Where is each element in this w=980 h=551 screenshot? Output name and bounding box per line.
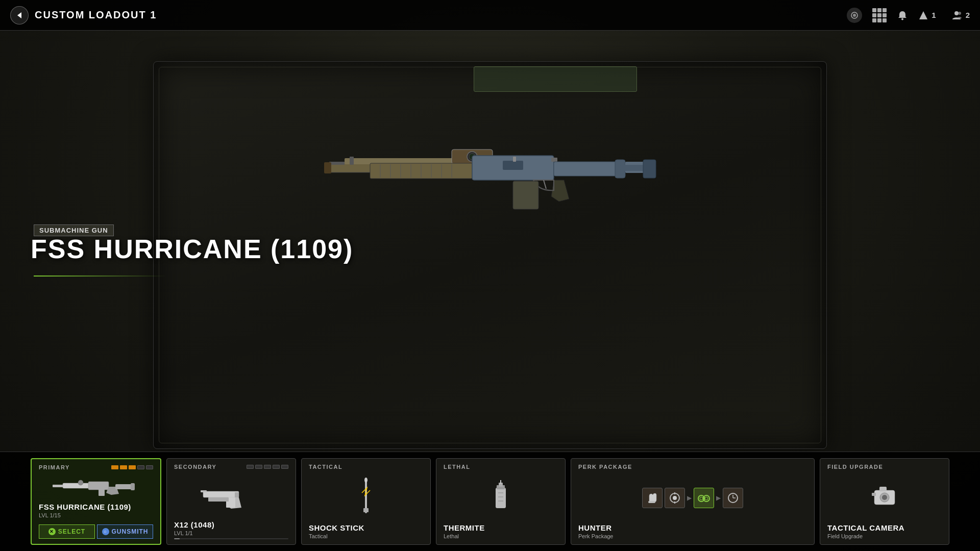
primary-gun-thumbnail: [50, 473, 142, 502]
tactical-type-label: Tactical: [309, 533, 423, 539]
field-upgrade-name: TACTICAL CAMERA: [827, 523, 942, 532]
lethal-slot-type: Lethal: [444, 464, 470, 470]
secondary-level-bar: [174, 538, 288, 539]
svg-point-5: [954, 11, 959, 15]
loadout-title: CUSTOM LOADOUT 1: [35, 9, 157, 21]
header-bar: CUSTOM LOADOUT 1: [0, 0, 980, 31]
gun-image: [319, 120, 687, 222]
category-divider: [34, 276, 166, 277]
x-icon: ✕: [48, 528, 56, 535]
tactical-slot-type: Tactical: [309, 464, 342, 470]
select-label: SELECT: [58, 528, 85, 535]
svg-point-59: [673, 496, 677, 500]
field-upgrade-type-label: Field Upgrade: [827, 533, 942, 539]
perk-arrow-2: ▶: [716, 494, 721, 502]
secondary-slot-header: SECONDARY: [174, 464, 288, 470]
svg-line-26: [544, 180, 546, 189]
svg-rect-73: [879, 487, 887, 491]
star-1: [111, 465, 118, 469]
svg-point-6: [958, 12, 961, 15]
lethal-name: THERMITE: [444, 523, 558, 532]
perk-slot-type: Perk Package: [578, 464, 632, 470]
currency-display: [847, 8, 862, 23]
field-upgrade-slot[interactable]: Field Upgrade TACTICAL CAMERA Field Upgr…: [820, 458, 949, 545]
grid-view-button[interactable]: [872, 8, 887, 22]
svg-rect-64: [703, 497, 705, 500]
svg-rect-39: [115, 484, 133, 489]
svg-rect-42: [203, 491, 239, 497]
tactical-slot[interactable]: Tactical SHOCK STICK Tactical: [301, 458, 431, 545]
player-count: 2: [966, 11, 970, 19]
svg-rect-28: [551, 158, 557, 162]
tactical-slot-header: Tactical: [309, 464, 423, 470]
circle-icon: ○: [102, 528, 109, 535]
perk-name: HUNTER: [578, 523, 807, 532]
primary-slot[interactable]: PRIMARY FSS HURRICANE (1109) LVL: [31, 458, 161, 545]
primary-slot-header: PRIMARY: [39, 464, 153, 470]
primary-weapon-level: LVL 1/15: [39, 512, 153, 518]
svg-rect-45: [235, 492, 239, 497]
header-left: CUSTOM LOADOUT 1: [10, 6, 157, 24]
secondary-slot-stars: [247, 465, 288, 469]
perk-icon-2: [665, 488, 685, 508]
star-5: [146, 465, 153, 469]
perk-icon-3: [694, 488, 714, 508]
star-3: [129, 465, 136, 469]
lethal-slot-header: Lethal: [444, 464, 558, 470]
svg-rect-34: [513, 157, 516, 162]
rank-value: 1: [932, 11, 936, 19]
svg-point-65: [700, 497, 703, 500]
thermite-thumbnail: [485, 478, 516, 518]
svg-rect-32: [620, 165, 646, 171]
header-right: 1 2: [847, 8, 970, 23]
secondary-weapon-level: LVL 1/1: [174, 530, 288, 536]
select-button[interactable]: ✕ SELECT: [39, 524, 95, 539]
lethal-image: [444, 473, 558, 522]
svg-rect-29: [554, 162, 620, 176]
secondary-weapon-name: X12 (1048): [174, 520, 288, 529]
secondary-slot-type: SECONDARY: [174, 464, 216, 470]
lethal-slot[interactable]: Lethal THERMITE Lethal: [436, 458, 566, 545]
svg-rect-27: [513, 181, 538, 209]
svg-point-41: [78, 480, 83, 485]
star-5: [281, 465, 288, 469]
perk-icon-1: [642, 488, 663, 508]
perk-slot-header: Perk Package: [578, 464, 807, 470]
svg-rect-25: [503, 161, 523, 170]
svg-rect-74: [872, 493, 876, 496]
pistol-thumbnail: [198, 481, 264, 512]
svg-rect-14: [350, 157, 354, 165]
svg-point-3: [901, 18, 903, 20]
star-2: [120, 465, 127, 469]
svg-rect-33: [643, 160, 656, 178]
perk-icons-group: ▶ ▶: [642, 488, 743, 508]
back-button[interactable]: [10, 6, 29, 24]
gunsmith-button[interactable]: ○ GUNSMITH: [97, 524, 153, 539]
primary-slot-type: PRIMARY: [39, 464, 70, 470]
svg-rect-38: [99, 488, 105, 496]
star-3: [264, 465, 271, 469]
field-upgrade-type: Field Upgrade: [827, 464, 883, 470]
svg-marker-0: [17, 12, 21, 18]
shock-stick-thumbnail: [351, 478, 381, 518]
field-upgrade-image: [827, 473, 942, 522]
secondary-weapon-image: [174, 473, 288, 519]
tactical-camera-thumbnail: [867, 478, 902, 518]
svg-rect-49: [363, 508, 369, 512]
perk-slot[interactable]: Perk Package: [571, 458, 815, 545]
field-upgrade-header: Field Upgrade: [827, 464, 942, 470]
lethal-type-label: Lethal: [444, 533, 558, 539]
svg-point-48: [364, 478, 368, 483]
svg-point-2: [853, 14, 856, 17]
svg-rect-8: [329, 162, 345, 165]
svg-marker-4: [919, 11, 927, 19]
primary-weapon-name: FSS HURRICANE (1109): [39, 503, 153, 511]
currency-icon: [847, 8, 862, 23]
svg-rect-46: [208, 497, 229, 502]
perk-image: ▶ ▶: [578, 473, 807, 522]
secondary-slot[interactable]: SECONDARY X12 (1048) LVL 1/1: [166, 458, 296, 545]
notifications-button[interactable]: [897, 10, 908, 21]
svg-rect-57: [648, 501, 655, 503]
primary-slot-stars: [111, 465, 153, 469]
tactical-name: SHOCK STICK: [309, 523, 423, 532]
